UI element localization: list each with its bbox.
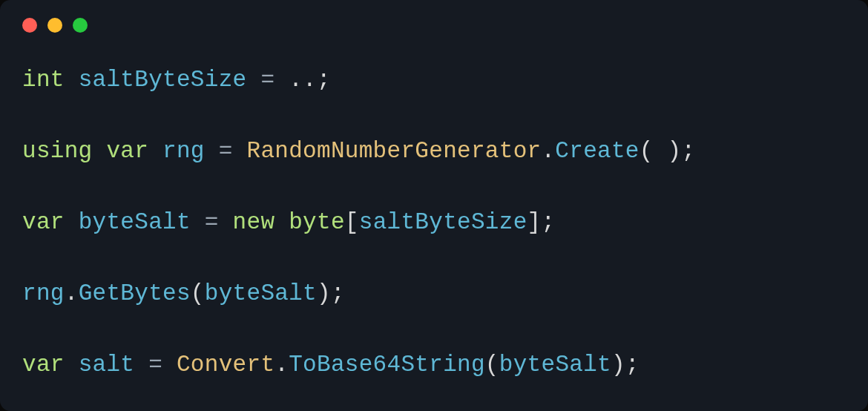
code-line [22, 169, 846, 205]
code-token-ident: byteSalt [499, 352, 611, 378]
code-token-punc: ; [682, 138, 696, 164]
code-token-ident: rng [22, 280, 65, 306]
code-token-kw: byte [289, 209, 345, 235]
code-token-method: ToBase64String [289, 352, 485, 378]
code-token-punc: ; [541, 209, 555, 235]
code-token-punc: ) [611, 352, 625, 378]
code-token-op: = [260, 67, 274, 93]
code-token-ident: rng [162, 138, 205, 164]
code-line: rng.GetBytes(byteSalt); [22, 276, 846, 312]
code-token-method: Create [555, 138, 639, 164]
code-token-kw: int [22, 67, 65, 93]
code-token-ident: saltByteSize [359, 209, 527, 235]
code-block: int saltByteSize = ..; using var rng = R… [0, 40, 868, 405]
code-token-punc: ) [317, 280, 331, 306]
code-line [22, 312, 846, 347]
code-token-kw: using [22, 138, 93, 164]
code-token-ident: saltByteSize [79, 67, 247, 93]
code-line: int saltByteSize = ..; [22, 62, 846, 98]
minimize-icon[interactable] [47, 18, 62, 33]
code-token-punc: ( [191, 280, 205, 306]
code-token-op: = [148, 352, 162, 378]
code-token-punc: ; [317, 67, 331, 93]
code-token-method: GetBytes [79, 280, 191, 306]
code-token-punc: . [274, 352, 289, 378]
close-icon[interactable] [22, 18, 37, 33]
code-token-punc: [ [345, 209, 359, 235]
window-titlebar [0, 0, 868, 40]
code-token-class: Convert [177, 352, 274, 378]
code-token-kw: var [22, 352, 65, 378]
code-token-punc: ; [331, 280, 345, 306]
code-token-ident: byteSalt [79, 209, 191, 235]
code-token-punc: ; [625, 352, 640, 378]
code-line: using var rng = RandomNumberGenerator.Cr… [22, 134, 846, 169]
code-token-op: = [219, 138, 233, 164]
code-token-dots: .. [289, 67, 317, 93]
code-token-punc: ( [485, 352, 499, 378]
code-token-punc: ( ) [640, 138, 682, 164]
code-token-ident: salt [79, 352, 135, 378]
code-token-op: = [205, 209, 219, 235]
code-line: var byteSalt = new byte[saltByteSize]; [22, 205, 846, 240]
code-token-punc: . [541, 138, 555, 164]
code-token-kw: new [233, 209, 275, 235]
code-token-ident: byteSalt [205, 280, 317, 306]
code-line: var salt = Convert.ToBase64String(byteSa… [22, 347, 846, 383]
code-line [22, 240, 846, 276]
code-window: int saltByteSize = ..; using var rng = R… [0, 0, 868, 411]
code-line [22, 98, 846, 134]
code-token-kw: var [22, 209, 65, 235]
code-token-punc: . [65, 280, 79, 306]
code-token-class: RandomNumberGenerator [246, 138, 541, 164]
code-token-punc: ] [527, 209, 542, 235]
zoom-icon[interactable] [73, 18, 88, 33]
code-token-kw: var [106, 138, 148, 164]
